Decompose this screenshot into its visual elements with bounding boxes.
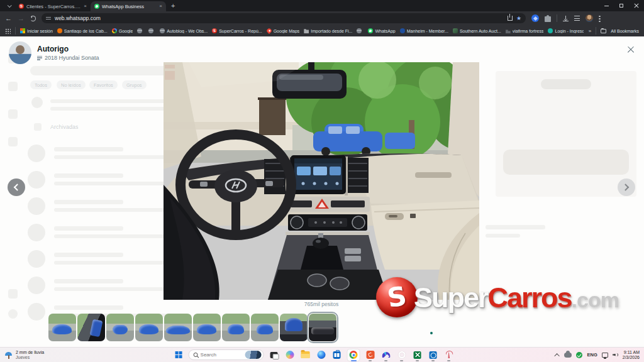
- menu-kebab-icon[interactable]: [599, 15, 601, 22]
- bookmark-whatsapp[interactable]: WhatsApp: [368, 28, 395, 33]
- contact-avatar[interactable]: [9, 41, 31, 64]
- all-bookmarks-label[interactable]: All Bookmarks: [611, 29, 639, 33]
- taskbar-search[interactable]: [189, 349, 264, 360]
- bookmark-supercarros[interactable]: SSuperCarros - Repú...: [212, 28, 262, 33]
- tab-title: Clientes - SuperCarros.com: [26, 4, 81, 9]
- ghost-filter-favoritos: Favoritos: [89, 80, 118, 89]
- search-highlight-image[interactable]: [245, 351, 262, 359]
- bookmark-autoblog[interactable]: Autoblog - We Obs...: [160, 28, 208, 33]
- back-button[interactable]: ←: [5, 15, 12, 22]
- close-viewer-button[interactable]: [626, 45, 636, 55]
- radio-app-button[interactable]: [443, 349, 455, 361]
- vpn-app-button[interactable]: [380, 349, 392, 361]
- apps-grid-icon[interactable]: [5, 28, 11, 34]
- store-button[interactable]: [331, 349, 343, 361]
- chrome-button[interactable]: [347, 349, 360, 361]
- manheim-icon: [400, 28, 405, 33]
- chevron-down-icon: [7, 3, 11, 8]
- start-button[interactable]: [173, 349, 184, 361]
- site-settings-icon[interactable]: [46, 16, 51, 21]
- maximize-button[interactable]: [614, 0, 629, 11]
- whatsapp-favicon-icon: [94, 4, 99, 9]
- photo-thumbnail-9[interactable]: [280, 314, 308, 341]
- downloads-icon[interactable]: [563, 16, 569, 21]
- previous-photo-button[interactable]: [8, 178, 25, 196]
- folder-icon: [301, 351, 310, 358]
- bookmark-manheim[interactable]: Manheim - Member...: [400, 28, 448, 33]
- clock-time: 9:11 AM: [623, 350, 640, 355]
- watermark-carros: Carros: [488, 283, 572, 312]
- bookmark-importado-folder[interactable]: Importado desde Fi...: [304, 28, 352, 33]
- bookmarks-bar: Iniciar sesión Santiago de los Cab... Go…: [0, 25, 644, 36]
- extensions-puzzle-icon[interactable]: [545, 16, 551, 22]
- tab-whatsapp-business[interactable]: WhatsApp Business ×: [91, 1, 166, 11]
- tab-search-button[interactable]: [4, 1, 14, 10]
- outlook-button[interactable]: [428, 349, 439, 361]
- photo-thumbnail-1[interactable]: [48, 314, 76, 341]
- tab-close-icon[interactable]: ×: [84, 4, 87, 9]
- bookmarks-overflow-button[interactable]: »: [589, 28, 591, 34]
- photo-thumbnail-3[interactable]: [106, 314, 134, 341]
- minimize-button[interactable]: [599, 0, 614, 11]
- tray-chevron-icon[interactable]: [555, 353, 560, 358]
- ghost-archived-label: Archivadas: [50, 124, 79, 130]
- task-view-button[interactable]: [269, 349, 280, 361]
- google-icon: [112, 28, 117, 33]
- onedrive-cloud-icon[interactable]: [564, 353, 572, 358]
- excel-icon: [414, 351, 421, 359]
- photo-thumbnail-5[interactable]: [164, 314, 192, 341]
- bookmark-iniciar-sesion[interactable]: Iniciar sesión: [20, 28, 53, 33]
- divider: [596, 27, 596, 35]
- file-explorer-button[interactable]: [300, 349, 311, 361]
- next-photo-button[interactable]: [618, 178, 635, 196]
- photo-thumbnail-10[interactable]: [309, 314, 336, 341]
- bookmark-southern-auto[interactable]: Southern Auto Auct...: [453, 28, 501, 33]
- forward-button[interactable]: →: [18, 15, 25, 22]
- bookmark-santiago[interactable]: Santiago de los Cab...: [57, 28, 108, 33]
- tab-clientes-supercarros[interactable]: S Clientes - SuperCarros.com ×: [15, 1, 91, 11]
- language-indicator[interactable]: ENG: [587, 352, 597, 358]
- bookmark-viafirma[interactable]: viafirma fortress: [506, 28, 544, 33]
- copilot-button[interactable]: [284, 349, 296, 361]
- antivirus-shield-icon[interactable]: [576, 352, 582, 358]
- volume-icon[interactable]: [613, 352, 618, 358]
- edge-button[interactable]: [316, 349, 327, 361]
- system-tray: ENG 9:11 AM 2/3/2026: [556, 350, 644, 360]
- ghost-filter-todos: Todos: [30, 80, 52, 89]
- bookmark-google[interactable]: Google: [112, 28, 133, 33]
- photo-thumbnail-8[interactable]: [251, 314, 279, 341]
- southern-auto-icon: [453, 28, 458, 33]
- carousel-dot: [430, 332, 433, 334]
- rain-umbrella-icon: [4, 351, 13, 359]
- excel-button[interactable]: [412, 349, 423, 361]
- task-view-icon: [270, 352, 278, 358]
- sync-app-button[interactable]: [365, 349, 376, 361]
- reload-button[interactable]: [30, 16, 36, 21]
- bookmark-unnamed-1[interactable]: [137, 28, 144, 33]
- url-text[interactable]: web.whatsapp.com: [55, 15, 504, 21]
- profile-avatar[interactable]: [586, 14, 593, 22]
- address-bar[interactable]: web.whatsapp.com ★: [42, 13, 526, 23]
- extension-gem-icon[interactable]: [531, 14, 539, 22]
- ghost-filter-grupos: Grupos: [122, 80, 147, 89]
- share-icon[interactable]: [508, 16, 513, 21]
- close-window-button[interactable]: [629, 0, 644, 11]
- outlook-icon: [430, 351, 437, 359]
- car-interior-photo[interactable]: [164, 62, 479, 300]
- taskbar-clock[interactable]: 9:11 AM 2/3/2026: [623, 350, 640, 360]
- bookmark-google-maps[interactable]: Google Maps: [267, 28, 300, 33]
- photo-thumbnail-4[interactable]: [135, 314, 163, 341]
- photo-thumbnail-6[interactable]: [193, 314, 221, 341]
- search-input[interactable]: [201, 352, 243, 358]
- tab-close-icon[interactable]: ×: [159, 4, 162, 9]
- network-icon[interactable]: [602, 353, 608, 358]
- taskbar-weather-widget[interactable]: 2 mm de lluvia Jueves: [0, 350, 44, 360]
- photo-thumbnail-7[interactable]: [222, 314, 250, 341]
- bookmark-unnamed-2[interactable]: [148, 28, 155, 33]
- ring-app-button[interactable]: [396, 349, 408, 361]
- photo-thumbnail-2[interactable]: [77, 314, 105, 341]
- bookmark-unnamed-3[interactable]: [357, 28, 364, 33]
- bookmark-star-icon[interactable]: ★: [516, 16, 521, 21]
- reading-list-icon[interactable]: [574, 16, 580, 21]
- new-tab-button[interactable]: +: [171, 2, 175, 9]
